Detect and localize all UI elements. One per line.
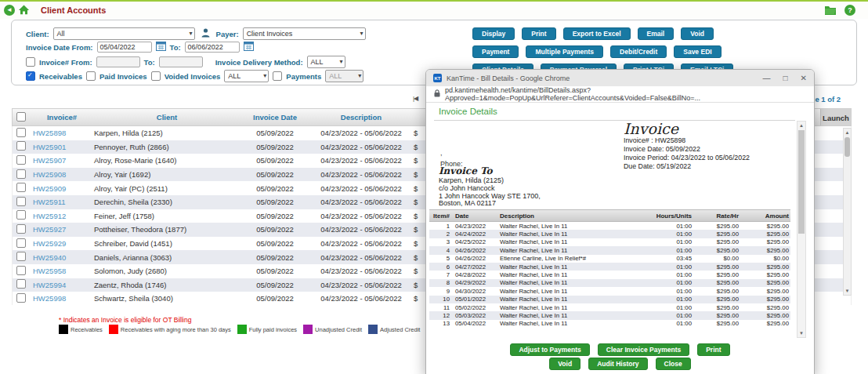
print-button[interactable]: Print: [522, 27, 555, 40]
scroll-thumb[interactable]: [844, 137, 850, 157]
receivables-checkbox[interactable]: [26, 71, 35, 81]
popup-scrollbar[interactable]: ▲ ▼: [797, 121, 806, 338]
invoice-link[interactable]: HW25911: [33, 198, 66, 206]
item-rate: $295.00: [692, 223, 739, 230]
scroll-down-icon[interactable]: ▼: [844, 287, 851, 295]
items-column-date: Date: [450, 212, 497, 220]
invoice-date: 05/09/2022: [240, 294, 310, 303]
row-checkbox[interactable]: [16, 238, 26, 248]
invoice-link[interactable]: HW25929: [33, 239, 66, 248]
invoice-link[interactable]: HW25908: [33, 170, 66, 179]
row-checkbox[interactable]: [16, 183, 26, 192]
payments-select[interactable]: ALL: [325, 70, 363, 82]
invoice-link[interactable]: HW25907: [33, 156, 66, 165]
client-name: Alroy, Yair (PC) (2511): [91, 184, 240, 193]
item-hours: 01:00: [640, 312, 692, 319]
adjusted-credit-swatch: [368, 325, 378, 334]
popup-address-bar[interactable]: pd.kantimehealth.net/kantime/BillDetails…: [426, 86, 814, 103]
popup-titlebar[interactable]: KT KanTime - Bill Details - Google Chrom…: [426, 70, 814, 86]
item-hours: 01:00: [640, 296, 692, 303]
scroll-up-icon[interactable]: ▲: [844, 129, 851, 136]
folder-icon[interactable]: [824, 5, 837, 16]
invoice-number-from-input[interactable]: [96, 56, 140, 67]
payment-button[interactable]: Payment: [472, 45, 519, 58]
column-invoice-date[interactable]: Invoice Date: [240, 113, 310, 122]
email-button[interactable]: Email: [638, 27, 675, 40]
calendar-icon[interactable]: [156, 42, 166, 53]
row-checkbox[interactable]: [16, 293, 26, 303]
row-checkbox[interactable]: [16, 197, 26, 206]
row-checkbox[interactable]: [16, 141, 26, 151]
popup-scroll-up-icon[interactable]: ▲: [797, 122, 805, 129]
invoice-date-from-input[interactable]: 05/04/2022: [97, 42, 152, 53]
payments-checkbox[interactable]: [273, 71, 282, 81]
voided-invoices-checkbox[interactable]: [151, 71, 161, 81]
voided-invoices-select[interactable]: ALL: [224, 70, 269, 82]
invoice-number-checkbox[interactable]: [26, 57, 35, 67]
invoice-link[interactable]: HW25940: [33, 253, 66, 262]
back-icon[interactable]: ◄: [4, 5, 15, 16]
popup-scroll-thumb[interactable]: [798, 130, 805, 234]
debit-credit-button[interactable]: Debit/Credit: [610, 45, 667, 58]
popup-url[interactable]: pd.kantimehealth.net/kantime/BillDetails…: [445, 86, 806, 102]
invoice-link[interactable]: HW25901: [33, 143, 66, 151]
invoice-link[interactable]: HW25927: [33, 225, 66, 234]
paid-invoices-checkbox[interactable]: [86, 71, 96, 81]
invoice-date: 05/09/2022: [240, 281, 310, 289]
invoice-date-to-input[interactable]: 06/06/2022: [185, 42, 240, 53]
service-period: 04/23/2022 - 05/06/2022: [310, 198, 412, 206]
row-checkbox[interactable]: [16, 252, 26, 261]
item-amount: $295.00: [739, 263, 790, 271]
audit-history-button[interactable]: Audit History: [588, 358, 647, 370]
void-button[interactable]: Void: [681, 27, 714, 40]
maximize-icon[interactable]: □: [783, 74, 788, 82]
invoice-link[interactable]: HW25958: [33, 267, 66, 275]
delivery-method-select[interactable]: ALL: [307, 56, 345, 68]
column-invoice[interactable]: Invoice#: [33, 113, 91, 122]
invoice-number: Invoice# : HW25898: [624, 136, 750, 145]
close-button[interactable]: Close: [656, 358, 691, 370]
display-button[interactable]: Display: [472, 27, 515, 40]
close-icon[interactable]: ✕: [801, 74, 807, 82]
column-client[interactable]: Client: [91, 113, 240, 122]
row-checkbox[interactable]: [16, 279, 26, 289]
row-checkbox[interactable]: [16, 210, 26, 220]
row-checkbox[interactable]: [16, 155, 26, 165]
select-all-checkbox[interactable]: [16, 112, 26, 122]
popup-scroll-down-icon[interactable]: ▼: [797, 329, 805, 337]
pagination-first-icon[interactable]: |◀: [413, 95, 418, 102]
item-rate: $295.00: [692, 304, 739, 311]
row-checkbox[interactable]: [16, 266, 26, 275]
person-icon[interactable]: [201, 28, 210, 39]
column-description[interactable]: Description: [310, 113, 412, 122]
invoice-link[interactable]: HW25909: [33, 184, 66, 193]
item-description: Walter Rachel, Live In 11: [497, 247, 640, 254]
calendar-icon[interactable]: [244, 42, 254, 53]
print-button[interactable]: Print: [697, 343, 729, 356]
invoice-link[interactable]: HW25998: [33, 294, 66, 303]
multiple-payments-button[interactable]: Multiple Payments: [526, 45, 603, 58]
invoice-link[interactable]: HW25898: [33, 129, 66, 137]
adjust-to-payments-button[interactable]: Adjust to Payments: [510, 343, 589, 356]
client-name: Pottheiser, Theodora (1877): [91, 225, 240, 234]
minimize-icon[interactable]: —: [763, 74, 771, 82]
save-edi-button[interactable]: Save EDI: [674, 45, 721, 58]
table-scrollbar[interactable]: ▲ ▼: [843, 128, 852, 296]
clear-invoice-payments-button[interactable]: Clear Invoice Payments: [598, 343, 689, 356]
help-icon[interactable]: ?: [844, 5, 855, 16]
invoice-link[interactable]: HW25994: [33, 281, 66, 289]
payer-select[interactable]: Client Invoices: [243, 27, 366, 40]
agency-address-placeholder: ,: [440, 149, 443, 157]
row-checkbox[interactable]: [16, 128, 26, 137]
invoice-link[interactable]: HW25912: [33, 212, 66, 220]
void-button[interactable]: Void: [549, 358, 580, 370]
legend-label: Adjusted Credit: [380, 326, 420, 333]
row-checkbox[interactable]: [16, 224, 26, 234]
export-to-excel-button[interactable]: Export to Excel: [563, 27, 631, 40]
paid-invoices-label: Paid Invoices: [99, 72, 147, 81]
client-select[interactable]: All: [53, 27, 195, 40]
row-checkbox[interactable]: [16, 169, 26, 179]
invoice-number-to-input[interactable]: [159, 56, 203, 67]
home-icon[interactable]: [18, 4, 30, 17]
invoice-date: 05/09/2022: [240, 212, 310, 220]
